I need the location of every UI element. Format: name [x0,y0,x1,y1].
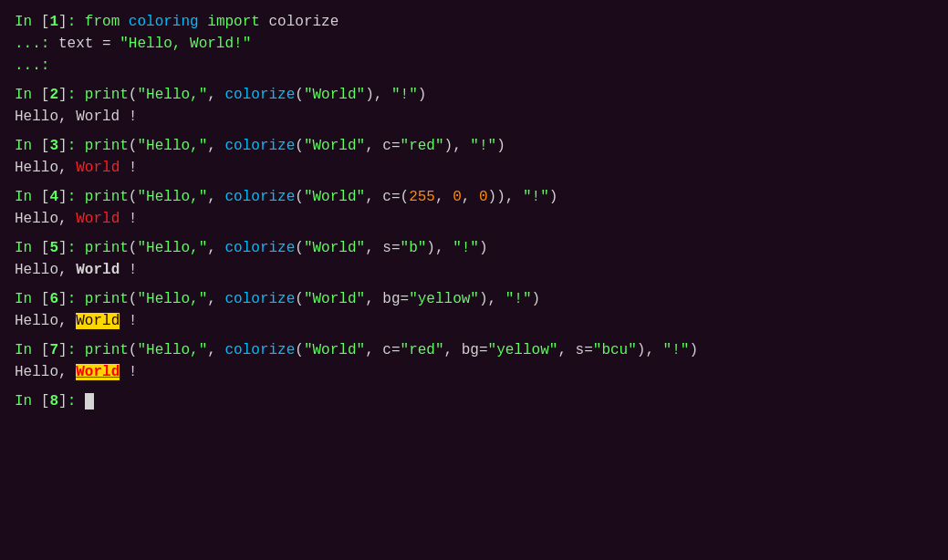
line: Hello, World ! [15,106,933,128]
cell-cell4: In [4]: print("Hello,", colorize("World"… [15,186,933,230]
line: In [6]: print("Hello,", colorize("World"… [15,288,933,310]
line: Hello, World ! [15,157,933,179]
line: ...: text = "Hello, World!" [15,33,933,55]
line: In [7]: print("Hello,", colorize("World"… [15,339,933,361]
cell-cell2: In [2]: print("Hello,", colorize("World"… [15,84,933,128]
cursor [85,393,94,410]
line: ...: [15,55,933,77]
cell-cell3: In [3]: print("Hello,", colorize("World"… [15,135,933,179]
line: Hello, World ! [15,259,933,281]
cell-cell6: In [6]: print("Hello,", colorize("World"… [15,288,933,332]
line: In [8]: [15,390,933,412]
line: Hello, World ! [15,208,933,230]
line: Hello, World ! [15,361,933,383]
line: In [1]: from coloring import colorize [15,11,933,33]
line: In [3]: print("Hello,", colorize("World"… [15,135,933,157]
cell-cell5: In [5]: print("Hello,", colorize("World"… [15,237,933,281]
line: Hello, World ! [15,310,933,332]
cell-cell1: In [1]: from coloring import colorize ..… [15,11,933,77]
cell-cell8: In [8]: [15,390,933,412]
terminal: In [1]: from coloring import colorize ..… [15,11,933,412]
cell-cell7: In [7]: print("Hello,", colorize("World"… [15,339,933,383]
line: In [2]: print("Hello,", colorize("World"… [15,84,933,106]
line: In [5]: print("Hello,", colorize("World"… [15,237,933,259]
line: In [4]: print("Hello,", colorize("World"… [15,186,933,208]
